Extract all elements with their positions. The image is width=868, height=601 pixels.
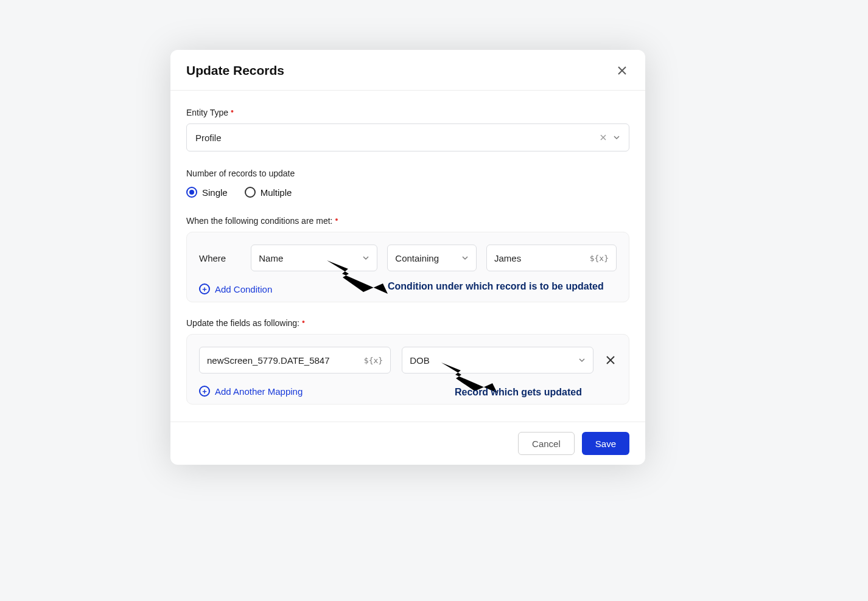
remove-mapping-button[interactable] bbox=[604, 354, 617, 366]
required-indicator: • bbox=[302, 317, 305, 327]
modal-header: Update Records bbox=[170, 50, 645, 91]
mapping-target-value: DOB bbox=[410, 355, 430, 366]
chevron-down-icon bbox=[613, 134, 620, 141]
radio-single-label: Single bbox=[202, 187, 228, 198]
chevron-down-icon bbox=[578, 356, 586, 364]
required-indicator: • bbox=[231, 106, 234, 116]
add-mapping-button[interactable]: + Add Another Mapping bbox=[199, 386, 617, 397]
variable-picker-icon[interactable]: ${x} bbox=[364, 356, 383, 365]
radio-multiple-label: Multiple bbox=[261, 187, 292, 198]
entity-type-value: Profile bbox=[195, 133, 222, 143]
where-label: Where bbox=[199, 253, 241, 263]
condition-value-text: James bbox=[494, 253, 521, 263]
chevron-down-icon bbox=[362, 254, 369, 262]
mapping-panel: newScreen_5779.DATE_5847 ${x} DOB bbox=[186, 334, 629, 405]
cancel-button[interactable]: Cancel bbox=[518, 432, 575, 455]
plus-circle-icon: + bbox=[199, 283, 210, 294]
entity-type-select[interactable]: Profile bbox=[186, 123, 629, 151]
close-icon bbox=[617, 65, 628, 76]
modal-footer: Cancel Save bbox=[170, 422, 645, 465]
variable-picker-icon[interactable]: ${x} bbox=[590, 254, 609, 263]
required-indicator: • bbox=[335, 215, 338, 224]
add-condition-button[interactable]: + Add Condition bbox=[199, 283, 617, 294]
close-icon bbox=[606, 355, 615, 365]
clear-icon[interactable] bbox=[600, 134, 607, 141]
close-button[interactable] bbox=[615, 63, 629, 78]
condition-field-value: Name bbox=[259, 253, 283, 263]
condition-row: Where Name Containing James ${x} bbox=[199, 245, 617, 271]
mapping-label: Update the fields as following: • bbox=[186, 318, 629, 328]
modal-title: Update Records bbox=[186, 63, 284, 78]
radio-multiple[interactable]: Multiple bbox=[245, 187, 292, 198]
mapping-source-value: newScreen_5779.DATE_5847 bbox=[207, 355, 330, 366]
records-count-label: Number of records to update bbox=[186, 168, 629, 178]
radio-checked-icon bbox=[186, 187, 197, 198]
update-records-modal: Update Records Entity Type • Profile bbox=[170, 50, 645, 465]
mapping-source-input[interactable]: newScreen_5779.DATE_5847 ${x} bbox=[199, 347, 391, 373]
entity-type-label: Entity Type • bbox=[186, 108, 629, 117]
mapping-target-select[interactable]: DOB bbox=[402, 347, 593, 373]
condition-operator-select[interactable]: Containing bbox=[387, 245, 477, 271]
conditions-panel: Where Name Containing James ${x} bbox=[186, 232, 629, 302]
radio-single[interactable]: Single bbox=[186, 187, 228, 198]
mapping-row: newScreen_5779.DATE_5847 ${x} DOB bbox=[199, 347, 617, 373]
add-condition-label: Add Condition bbox=[215, 284, 272, 294]
add-mapping-label: Add Another Mapping bbox=[215, 386, 303, 397]
radio-unchecked-icon bbox=[245, 187, 256, 198]
entity-type-label-text: Entity Type bbox=[186, 108, 228, 117]
plus-circle-icon: + bbox=[199, 386, 210, 397]
condition-field-select[interactable]: Name bbox=[251, 245, 377, 271]
records-count-radio-group: Single Multiple bbox=[186, 187, 629, 198]
modal-body: Entity Type • Profile Number of records … bbox=[170, 91, 645, 422]
mapping-label-text: Update the fields as following: bbox=[186, 318, 299, 328]
condition-operator-value: Containing bbox=[395, 253, 439, 263]
conditions-label-text: When the following conditions are met: bbox=[186, 216, 332, 226]
condition-value-input[interactable]: James ${x} bbox=[486, 245, 617, 271]
chevron-down-icon bbox=[461, 254, 469, 262]
save-button[interactable]: Save bbox=[582, 432, 629, 455]
conditions-label: When the following conditions are met: • bbox=[186, 216, 629, 226]
